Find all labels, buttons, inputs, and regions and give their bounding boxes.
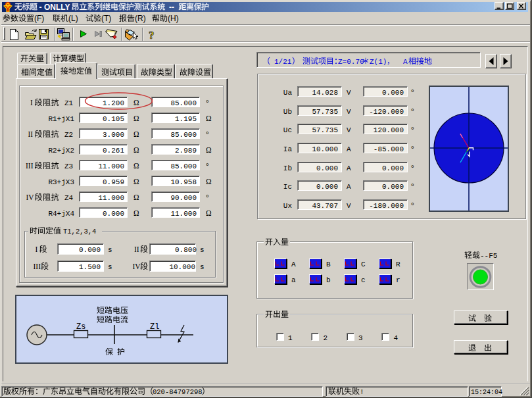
- svg-text:Z2: Z2: [64, 131, 73, 139]
- svg-text:s: s: [200, 263, 205, 271]
- svg-text:Ua: Ua: [283, 89, 293, 97]
- svg-text:Ic: Ic: [283, 183, 292, 191]
- svg-text:--: --: [169, 3, 174, 12]
- svg-text:10.000: 10.000: [312, 145, 338, 153]
- svg-text:R: R: [396, 261, 400, 268]
- svg-text:V: V: [347, 202, 351, 210]
- svg-text:V: V: [347, 108, 351, 116]
- svg-text:Ω: Ω: [206, 146, 212, 154]
- svg-text:°: °: [206, 193, 209, 201]
- svg-text:(T): (T): [101, 14, 111, 23]
- svg-text:A: A: [403, 58, 408, 66]
- svg-text:T1,2,3,4: T1,2,3,4: [63, 228, 96, 236]
- svg-text:11.000: 11.000: [98, 162, 124, 170]
- svg-text:Ub: Ub: [283, 108, 292, 116]
- svg-text:°: °: [411, 201, 414, 209]
- svg-text:(F): (F): [34, 14, 44, 23]
- svg-text:II: II: [134, 245, 139, 253]
- svg-text:57.735: 57.735: [312, 108, 338, 116]
- svg-text:°: °: [411, 107, 414, 115]
- svg-text:(R): (R): [135, 14, 146, 23]
- svg-text:4: 4: [394, 334, 399, 342]
- svg-text:0.000: 0.000: [316, 164, 338, 172]
- svg-text:(L): (L): [68, 14, 78, 23]
- svg-text:0.000: 0.000: [103, 210, 124, 218]
- svg-text:57.735: 57.735: [312, 126, 338, 134]
- svg-text:Uc: Uc: [283, 126, 292, 134]
- svg-text:Z4: Z4: [64, 194, 74, 202]
- svg-text:Ω: Ω: [133, 130, 139, 138]
- svg-text:Ω: Ω: [133, 209, 139, 217]
- svg-text:Ω: Ω: [206, 114, 212, 122]
- svg-text:°: °: [411, 126, 414, 134]
- svg-text:10.000: 10.000: [169, 263, 195, 271]
- svg-text:IV: IV: [26, 193, 35, 201]
- svg-text:°: °: [206, 162, 209, 170]
- svg-text:Ω: Ω: [133, 178, 139, 186]
- svg-text:a: a: [291, 276, 296, 284]
- svg-text:-120.000: -120.000: [369, 108, 404, 116]
- svg-text:III: III: [26, 162, 34, 170]
- svg-text:ONLLY: ONLLY: [44, 3, 70, 12]
- svg-text:°: °: [206, 99, 209, 107]
- svg-text:!: !: [360, 388, 364, 396]
- svg-text:1/21: 1/21: [274, 58, 292, 66]
- svg-text:C: C: [361, 261, 366, 268]
- svg-text:I: I: [30, 99, 33, 107]
- svg-text:Z1: Z1: [64, 99, 74, 107]
- svg-text:0.800: 0.800: [175, 246, 197, 254]
- svg-text:IV: IV: [133, 262, 141, 270]
- svg-text:R4+jX4: R4+jX4: [48, 210, 74, 218]
- svg-text:0.000: 0.000: [79, 246, 101, 254]
- svg-text:R2+jX2: R2+jX2: [48, 147, 74, 155]
- svg-text:11.000: 11.000: [170, 210, 197, 218]
- svg-text:°: °: [206, 130, 209, 138]
- svg-text:0.959: 0.959: [103, 178, 124, 186]
- svg-text:III: III: [34, 262, 41, 270]
- svg-text:Ux: Ux: [283, 202, 293, 210]
- svg-text:15:24:04: 15:24:04: [471, 389, 502, 396]
- svg-text:A: A: [347, 183, 351, 191]
- svg-text:--F5: --F5: [480, 252, 497, 260]
- svg-text:II: II: [28, 130, 34, 138]
- svg-text:Z3: Z3: [64, 162, 73, 170]
- svg-text:Zl: Zl: [150, 322, 159, 332]
- svg-text:Ia: Ia: [283, 145, 293, 153]
- svg-text:A: A: [291, 261, 296, 268]
- svg-text:R1+jX1: R1+jX1: [48, 115, 74, 123]
- svg-text:b: b: [326, 276, 331, 284]
- svg-text:85.000: 85.000: [170, 99, 197, 107]
- svg-text:Z=0.70: Z=0.70: [338, 58, 364, 66]
- svg-text:1.195: 1.195: [175, 115, 197, 123]
- svg-text:?: ?: [149, 29, 155, 41]
- svg-text:43.707: 43.707: [312, 202, 338, 210]
- svg-text:B: B: [326, 261, 331, 268]
- svg-text:0.000: 0.000: [382, 164, 404, 172]
- svg-text:10.958: 10.958: [170, 178, 197, 186]
- svg-text:14.028: 14.028: [312, 89, 338, 97]
- svg-text:Ω: Ω: [133, 146, 139, 154]
- svg-text:0.000: 0.000: [382, 89, 404, 97]
- svg-text:Ib: Ib: [283, 164, 292, 172]
- svg-text:85.000: 85.000: [170, 131, 197, 139]
- svg-text:°: °: [411, 164, 414, 172]
- svg-text:I: I: [36, 245, 38, 253]
- svg-text:s: s: [108, 263, 112, 271]
- svg-text:0.000: 0.000: [382, 183, 404, 191]
- svg-text:90.000: 90.000: [170, 194, 197, 202]
- svg-text:(H): (H): [168, 14, 179, 23]
- svg-text:A: A: [347, 145, 351, 153]
- svg-text:3.000: 3.000: [103, 131, 124, 139]
- svg-text:Ω: Ω: [206, 178, 212, 186]
- svg-text:85.000: 85.000: [170, 162, 197, 170]
- svg-text:V: V: [347, 126, 351, 134]
- svg-text:V: V: [347, 89, 351, 97]
- svg-text:s: s: [200, 246, 205, 254]
- svg-text:°: °: [411, 145, 414, 153]
- svg-text:-: -: [39, 3, 42, 12]
- svg-text:-180.000: -180.000: [369, 202, 404, 210]
- svg-text:0.000: 0.000: [316, 183, 338, 191]
- svg-text:s: s: [108, 246, 112, 254]
- svg-text:3: 3: [358, 334, 363, 342]
- svg-text:120.000: 120.000: [374, 126, 404, 134]
